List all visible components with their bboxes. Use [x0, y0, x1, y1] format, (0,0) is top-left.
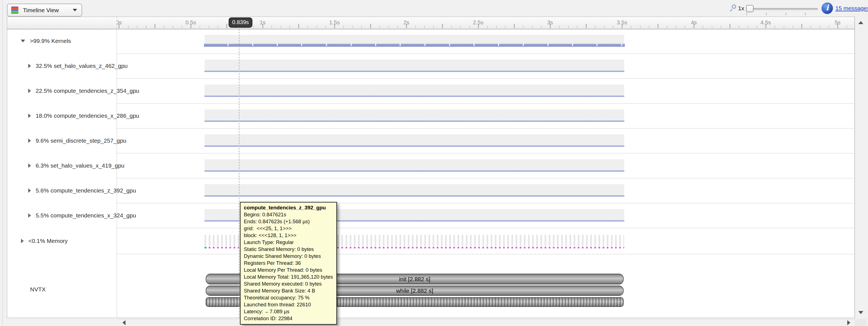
expand-collapse-icon[interactable] [28, 64, 31, 68]
kernels-summary-bar[interactable] [204, 44, 625, 47]
row-separator [117, 103, 855, 104]
tree-row-nvtx[interactable]: NVTX [30, 286, 45, 293]
tooltip-line: Theoretical occupancy: 75 % [244, 294, 333, 301]
view-selector-label: Timeline View [23, 7, 59, 13]
expand-collapse-icon[interactable] [28, 188, 31, 193]
tree-row-kernel[interactable]: 18.0% compute_tendencies_x_286_gpu [7, 112, 117, 120]
row-separator [117, 128, 855, 129]
tree-row-kernel[interactable]: 6.3% set_halo_values_x_419_gpu [7, 161, 117, 170]
chevron-down-icon [73, 9, 77, 11]
zoom-slider-handle[interactable] [746, 5, 753, 12]
kernel-track-bar[interactable] [205, 170, 624, 172]
tooltip-line: grid: <<<25, 1, 1>>> [244, 225, 333, 232]
row-separator [117, 153, 855, 154]
magnifier-handle [730, 9, 732, 11]
expand-collapse-icon[interactable] [28, 163, 31, 168]
time-ruler[interactable]: 0s 0.5s 1s 1.5s 2s 2.5s 3s 3.5s 4s 4.5s … [117, 17, 855, 29]
slider-tick [786, 13, 786, 15]
row-separator [117, 178, 855, 179]
expand-collapse-icon[interactable] [28, 213, 31, 218]
tooltip-line: Correlation ID: 22984 [244, 315, 333, 322]
tooltip-line: Latency: ←7.089 µs [244, 308, 333, 315]
tooltip-line: Static Shared Memory: 0 bytes [244, 246, 333, 253]
zoom-slider-track[interactable] [747, 8, 818, 10]
arrow-down-icon [858, 311, 863, 314]
tooltip-line: Shared Memory executed: 0 bytes [244, 280, 333, 287]
kernel-track-bar[interactable] [205, 120, 624, 122]
ruler-tick-label: 4.5s [755, 19, 777, 26]
tree-row-label: 6.3% set_halo_values_x_419_gpu [36, 162, 124, 169]
tooltip-line: Local Memory Per Thread: 0 bytes [244, 267, 333, 273]
tooltip-line: Local Memory Total: 191,365,120 bytes [244, 273, 333, 280]
kernel-track-band [205, 184, 624, 195]
expand-collapse-icon[interactable] [28, 138, 31, 143]
tooltip-line: Ends: 0.847623s (+1.568 µs) [244, 218, 333, 225]
scroll-down-button[interactable] [856, 308, 866, 317]
horizontal-scrollbar[interactable] [118, 319, 855, 326]
ruler-tick-label: 0.5s [180, 19, 202, 26]
tree-timeline-divider[interactable] [117, 17, 117, 318]
tree-row-memory[interactable]: <0.1% Memory [7, 237, 117, 245]
slider-tick [746, 13, 747, 15]
tree-row-kernel[interactable]: 22.5% compute_tendencies_z_354_gpu [7, 87, 117, 95]
info-icon[interactable] [822, 2, 833, 14]
expand-collapse-icon[interactable] [21, 39, 25, 43]
top-toolbar [0, 0, 868, 17]
tree-row-kernel[interactable]: 5.5% compute_tendencies_x_324_gpu [7, 211, 117, 220]
ruler-tick-label: 3.5s [611, 19, 633, 26]
kernels-summary-band [205, 35, 624, 44]
tooltip-line: Launch Type: Regular [244, 239, 333, 246]
row-separator [117, 254, 855, 254]
zoom-magnifier-icon [730, 4, 737, 11]
row-separator [117, 203, 855, 203]
arrow-right-icon [847, 320, 850, 325]
ruler-tick-label: 1.5s [323, 19, 345, 26]
kernel-track-band [205, 109, 624, 120]
kernel-track-band [205, 134, 624, 145]
tree-row-label: <0.1% Memory [28, 238, 68, 244]
kernel-track-bar[interactable] [205, 195, 624, 197]
ruler-tick-label: 2.5s [467, 19, 489, 26]
tree-row-kernel[interactable]: 9.6% semi_discrete_step_257_gpu [7, 137, 117, 145]
row-separator [117, 53, 855, 54]
expand-collapse-icon[interactable] [21, 239, 24, 243]
tree-row-kernel[interactable]: 32.5% set_halo_values_z_462_gpu [7, 62, 117, 70]
ruler-tick-label: 4s [683, 19, 705, 26]
kernel-track-bar[interactable] [205, 145, 624, 147]
ruler-tick-label: 1s [252, 19, 274, 26]
tooltip-line: block: <<<128, 1, 1>>> [244, 232, 333, 239]
arrow-up-icon [858, 21, 863, 24]
tooltip-line: Registers Per Thread: 36 [244, 260, 333, 267]
ruler-tick-label: 3s [539, 19, 561, 26]
scroll-left-button[interactable] [119, 320, 129, 326]
scroll-right-button[interactable] [844, 320, 854, 326]
nvtx-range-label: init [2.882 s] [399, 276, 430, 282]
view-selector-dropdown[interactable]: Timeline View [7, 4, 82, 17]
ruler-tick-label: 2s [395, 19, 417, 26]
tree-row-kernel[interactable]: 5.6% compute_tendencies_z_392_gpu [7, 186, 117, 195]
ruler-tick-label: 5s [827, 19, 849, 26]
kernel-track-band [205, 159, 624, 170]
memory-first-marker [205, 247, 207, 248]
tree-row-label: 32.5% set_halo_values_z_462_gpu [36, 62, 128, 69]
tree-row-kernels[interactable]: >99.9% Kernels [7, 37, 117, 45]
slider-tick [805, 13, 806, 15]
tooltip-line: Dynamic Shared Memory: 0 bytes [244, 253, 333, 260]
kernel-track-band [205, 59, 624, 71]
time-cursor-badge: 0.839s [228, 18, 252, 28]
kernel-tooltip: compute_tendencies_z_392_gpu Begins: 0.8… [240, 202, 337, 325]
row-separator [117, 228, 855, 228]
vertical-scrollbar[interactable] [855, 17, 867, 318]
tooltip-line: Begins: 0.847621s [244, 211, 333, 218]
expand-collapse-icon[interactable] [28, 113, 31, 118]
nvtx-range-label: while [2.882 s] [396, 288, 433, 294]
expand-collapse-icon[interactable] [28, 89, 31, 93]
ruler-tick-label: 0s [117, 19, 130, 26]
magnifier-glass [732, 4, 736, 9]
timeline-canvas[interactable]: init [2.882 s] while [2.882 s] [117, 29, 855, 318]
arrow-left-icon [122, 320, 125, 325]
messages-link[interactable]: 15 messages [835, 5, 868, 11]
kernel-track-bar[interactable] [205, 71, 624, 72]
scroll-up-button[interactable] [856, 18, 866, 27]
kernel-track-bar[interactable] [205, 96, 624, 97]
